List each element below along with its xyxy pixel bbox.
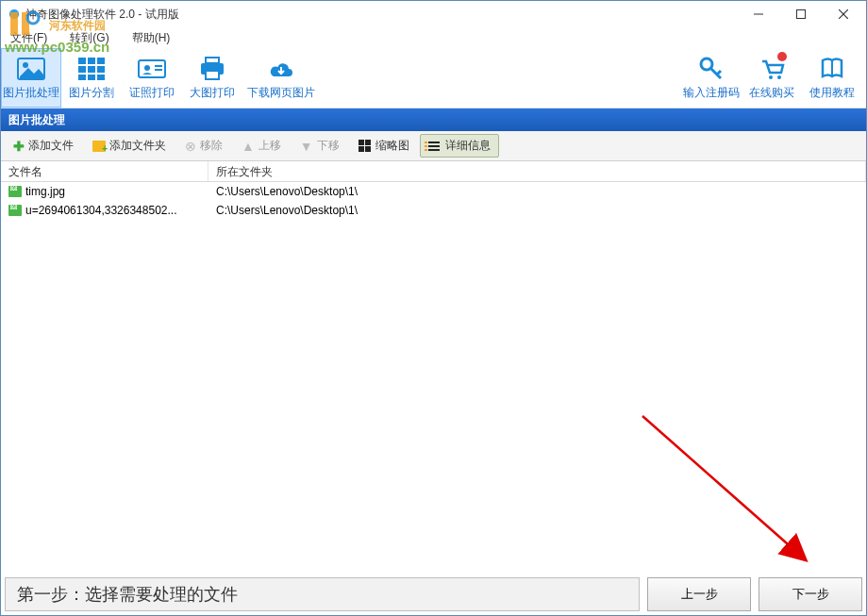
arrow-up-icon: ▲: [242, 139, 255, 154]
table-row[interactable]: u=2694061304,3326348502...C:\Users\Lenov…: [1, 201, 866, 220]
svg-point-6: [23, 62, 28, 68]
ribbon-label: 下载网页图片: [247, 85, 315, 101]
menu-file[interactable]: 文件(F): [5, 28, 53, 48]
cell-filename: u=2694061304,3326348502...: [25, 204, 177, 217]
svg-rect-12: [97, 66, 105, 73]
cloud-download-icon: [267, 55, 295, 83]
list-header: 文件名 所在文件夹: [1, 161, 866, 182]
ribbon-label: 在线购买: [749, 85, 794, 101]
cell-folder: C:\Users\Lenovo\Desktop\1\: [216, 185, 358, 198]
app-icon: [7, 7, 22, 22]
window-title: 神奇图像处理软件 2.0 - 试用版: [25, 7, 179, 23]
ribbon-download-web[interactable]: 下载网页图片: [242, 48, 320, 108]
next-step-button[interactable]: 下一步: [759, 577, 862, 611]
svg-point-26: [769, 75, 773, 79]
svg-point-17: [144, 65, 150, 71]
remove-icon: ⊗: [185, 139, 196, 154]
thumbnail-icon: [358, 140, 372, 153]
image-icon: [17, 55, 45, 83]
remove-button[interactable]: ⊗ 移除: [176, 134, 231, 158]
svg-rect-8: [88, 58, 95, 64]
button-label: 下移: [317, 138, 340, 154]
ribbon-label: 大图打印: [190, 85, 235, 101]
ribbon-big-print[interactable]: 大图打印: [182, 48, 242, 108]
id-card-icon: [138, 55, 166, 83]
prev-step-button[interactable]: 上一步: [647, 577, 751, 611]
svg-rect-13: [78, 75, 86, 80]
ribbon-label: 使用教程: [809, 85, 855, 101]
ribbon-buy-online[interactable]: 在线购买: [742, 48, 802, 108]
button-label: 移除: [200, 138, 223, 154]
menu-bar: 文件(F) 转到(G) 帮助(H): [1, 27, 866, 48]
ribbon-tutorial[interactable]: 使用教程: [802, 48, 862, 108]
column-folder[interactable]: 所在文件夹: [208, 161, 866, 181]
ribbon-label: 输入注册码: [683, 85, 740, 101]
section-title: 图片批处理: [8, 112, 65, 128]
svg-rect-20: [206, 58, 219, 63]
grid-icon: [78, 55, 105, 83]
button-label: 添加文件夹: [109, 138, 166, 154]
annotation-arrow: [633, 407, 841, 586]
ribbon-label: 图片分割: [69, 85, 114, 101]
svg-rect-2: [796, 10, 805, 19]
button-label: 详细信息: [445, 138, 491, 154]
menu-help[interactable]: 帮助(H): [126, 28, 176, 48]
file-toolbar: ✚ 添加文件 添加文件夹 ⊗ 移除 ▲ 上移 ▼ 下移 缩略图 详细信息: [1, 131, 866, 161]
button-label: 缩略图: [375, 138, 409, 154]
svg-line-29: [642, 416, 803, 558]
table-row[interactable]: timg.jpgC:\Users\Lenovo\Desktop\1\: [1, 182, 866, 201]
ribbon-batch-process[interactable]: 图片批处理: [1, 48, 61, 108]
svg-rect-14: [88, 75, 95, 80]
book-icon: [819, 55, 845, 83]
minimize-button[interactable]: [737, 1, 779, 27]
svg-rect-7: [78, 58, 86, 64]
cell-filename: timg.jpg: [25, 185, 65, 198]
section-header: 图片批处理: [1, 108, 866, 131]
svg-rect-9: [97, 58, 105, 64]
add-file-button[interactable]: ✚ 添加文件: [5, 134, 82, 158]
printer-icon: [199, 55, 225, 83]
title-bar: 神奇图像处理软件 2.0 - 试用版: [1, 1, 866, 27]
list-icon: [428, 142, 442, 151]
cart-badge: [777, 52, 787, 61]
ribbon-label: 证照打印: [129, 85, 175, 101]
arrow-down-icon: ▼: [300, 139, 313, 154]
svg-rect-11: [88, 66, 95, 73]
column-filename[interactable]: 文件名: [1, 161, 208, 181]
folder-plus-icon: [92, 141, 106, 152]
ribbon-label: 图片批处理: [3, 85, 59, 101]
footer-bar: 第一步：选择需要处理的文件 上一步 下一步: [5, 577, 862, 611]
detail-view-button[interactable]: 详细信息: [420, 134, 499, 158]
menu-goto[interactable]: 转到(G): [64, 28, 114, 48]
close-button[interactable]: [822, 1, 864, 27]
svg-line-25: [717, 71, 721, 75]
ribbon-id-print[interactable]: 证照打印: [122, 48, 182, 108]
move-up-button[interactable]: ▲ 上移: [233, 134, 290, 158]
image-file-icon: [8, 205, 22, 216]
thumbnail-view-button[interactable]: 缩略图: [350, 134, 418, 158]
key-icon: [698, 55, 725, 83]
ribbon-register[interactable]: 输入注册码: [681, 48, 742, 108]
button-label: 上移: [258, 138, 281, 154]
svg-point-27: [777, 75, 781, 79]
svg-rect-15: [97, 75, 105, 80]
svg-rect-10: [78, 66, 86, 73]
add-folder-button[interactable]: 添加文件夹: [84, 134, 175, 158]
ribbon-toolbar: 图片批处理 图片分割 证照打印 大图打印 下载网页图片 输入注册码 在线购买: [1, 48, 866, 108]
maximize-button[interactable]: [779, 1, 822, 27]
plus-icon: ✚: [13, 139, 25, 154]
move-down-button[interactable]: ▼ 下移: [292, 134, 348, 158]
button-label: 添加文件: [28, 138, 74, 154]
ribbon-split[interactable]: 图片分割: [61, 48, 122, 108]
file-list: 文件名 所在文件夹 timg.jpgC:\Users\Lenovo\Deskto…: [1, 161, 866, 220]
step-description: 第一步：选择需要处理的文件: [5, 577, 640, 611]
image-file-icon: [8, 186, 22, 197]
svg-rect-22: [206, 71, 219, 79]
cell-folder: C:\Users\Lenovo\Desktop\1\: [216, 204, 358, 217]
